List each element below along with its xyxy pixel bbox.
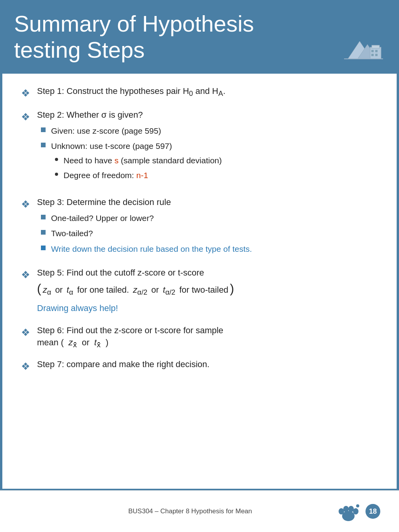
header-logo	[338, 28, 385, 63]
drawing-help-text: Drawing always help!	[37, 300, 378, 316]
step-5-item: ❖ Step 5: Find out the cutoff z-score or…	[21, 267, 378, 316]
step-2-sub2-list: Need to have s (sample standard deviatio…	[55, 155, 222, 181]
step-1-item: ❖ Step 1: Construct the hypotheses pair …	[21, 85, 378, 100]
svg-point-15	[356, 504, 359, 507]
page-footer: BUS304 – Chapter 8 Hypothesis for Mean 1…	[0, 490, 399, 532]
formula-t-alpha: tα	[67, 282, 73, 299]
step-2-sub2-item2: Degree of freedom: n-1	[55, 170, 222, 181]
step-3-content: Step 3: Determine the decision rule One-…	[37, 196, 378, 258]
main-content: ❖ Step 1: Construct the hypotheses pair …	[0, 74, 399, 490]
step-3-sub1: One-tailed? Upper or lower?	[41, 212, 378, 224]
diamond-icon-2: ❖	[21, 110, 30, 124]
svg-point-13	[348, 506, 354, 512]
step-6-formula: mean ( zx̄ or tx̄ )	[37, 338, 108, 347]
diamond-icon-1: ❖	[21, 86, 30, 100]
step-6-content: Step 6: Find out the z-score or t-score …	[37, 325, 378, 350]
square-bullet-icon	[41, 143, 46, 147]
formula-for-one: for one tailed.	[75, 282, 132, 298]
round-bullet-icon	[55, 158, 58, 161]
formula-block: ( zα or tα for one tailed. zα/2 or tα/2 …	[37, 282, 378, 316]
sub-xbar: x̄	[73, 341, 77, 349]
title-line1: Summary of Hypothesis	[14, 11, 254, 36]
page-number-badge: 18	[365, 504, 380, 519]
step-3-sub3-text: Write down the decision rule based on th…	[51, 243, 252, 255]
square-bullet-icon	[41, 230, 46, 235]
red-s: s	[115, 156, 119, 165]
step-3-sub3: Write down the decision rule based on th…	[41, 243, 378, 255]
step-7-content: Step 7: compare and make the right decis…	[37, 359, 378, 371]
z-xbar: z	[69, 338, 73, 347]
step-2-sub1-text: Given: use z-score (page 595)	[51, 125, 161, 136]
square-bullet-icon	[41, 215, 46, 219]
step-2-item: ❖ Step 2: Whether σ is given? Given: use…	[21, 109, 378, 188]
diamond-icon-3: ❖	[21, 197, 30, 211]
step-2-content: Step 2: Whether σ is given? Given: use z…	[37, 109, 378, 188]
step-2-sub2: Unknown: use t-score (page 597) Need to …	[41, 140, 378, 184]
formula-for-two: for two-tailed	[177, 282, 228, 298]
footer-label: BUS304 – Chapter 8 Hypothesis for Mean	[50, 507, 330, 515]
footer-right: 18	[330, 498, 380, 525]
step-2-sub2-item1: Need to have s (sample standard deviatio…	[55, 155, 222, 166]
step-6-item: ❖ Step 6: Find out the z-score or t-scor…	[21, 325, 378, 350]
round-bullet-icon	[55, 173, 58, 176]
paren-close: )	[230, 282, 234, 295]
svg-point-14	[353, 508, 358, 514]
formula-line: ( zα or tα for one tailed. zα/2 or tα/2 …	[37, 282, 378, 299]
step-3-item: ❖ Step 3: Determine the decision rule On…	[21, 196, 378, 258]
paren-open: (	[37, 282, 41, 295]
step-3-sublist: One-tailed? Upper or lower? Two-tailed? …	[41, 212, 378, 255]
paw-svg	[335, 499, 362, 524]
formula-t-alpha2: tα/2	[163, 282, 175, 299]
step-2-sub1: Given: use z-score (page 595)	[41, 125, 378, 136]
page-title: Summary of Hypothesis testing Steps	[14, 11, 330, 63]
formula-or1: or	[53, 282, 65, 298]
svg-rect-6	[375, 50, 378, 52]
step-2-sublist: Given: use z-score (page 595) Unknown: u…	[41, 125, 378, 184]
step-3-sub2-text: Two-tailed?	[51, 228, 93, 239]
step-3-sub1-text: One-tailed? Upper or lower?	[51, 212, 154, 224]
step-2-sub2-item2-text: Degree of freedom: n-1	[64, 170, 148, 181]
step-2-sub2-content: Unknown: use t-score (page 597) Need to …	[51, 140, 222, 184]
sub-xbar2: x̄	[97, 341, 101, 349]
step-3-sub2: Two-tailed?	[41, 228, 378, 239]
step-2-sub2-item1-text: Need to have s (sample standard deviatio…	[64, 155, 222, 166]
square-bullet-icon	[41, 127, 46, 132]
svg-rect-3	[370, 47, 381, 59]
diamond-icon-6: ❖	[21, 325, 30, 339]
logo-icon	[342, 30, 385, 63]
svg-rect-7	[371, 54, 374, 56]
step-1-content: Step 1: Construct the hypotheses pair H0…	[37, 85, 378, 99]
step-7-item: ❖ Step 7: compare and make the right dec…	[21, 359, 378, 373]
svg-point-12	[343, 506, 349, 512]
title-line2: testing Steps	[14, 37, 145, 62]
diamond-icon-5: ❖	[21, 268, 30, 282]
formula-or2: or	[149, 282, 161, 298]
square-bullet-icon	[41, 246, 46, 250]
formula-z-alpha: zα	[43, 282, 51, 299]
page-header: Summary of Hypothesis testing Steps	[0, 0, 399, 74]
svg-point-11	[339, 508, 344, 514]
step-5-content: Step 5: Find out the cutoff z-score or t…	[37, 267, 378, 316]
svg-point-10	[342, 511, 355, 521]
diamond-icon-7: ❖	[21, 359, 30, 373]
red-n1: n-1	[136, 171, 148, 180]
svg-rect-5	[371, 50, 374, 52]
paw-icon	[330, 498, 362, 525]
formula-z-alpha2: zα/2	[133, 282, 147, 299]
svg-rect-4	[372, 45, 380, 48]
svg-rect-8	[375, 54, 378, 56]
steps-list: ❖ Step 1: Construct the hypotheses pair …	[21, 85, 378, 373]
